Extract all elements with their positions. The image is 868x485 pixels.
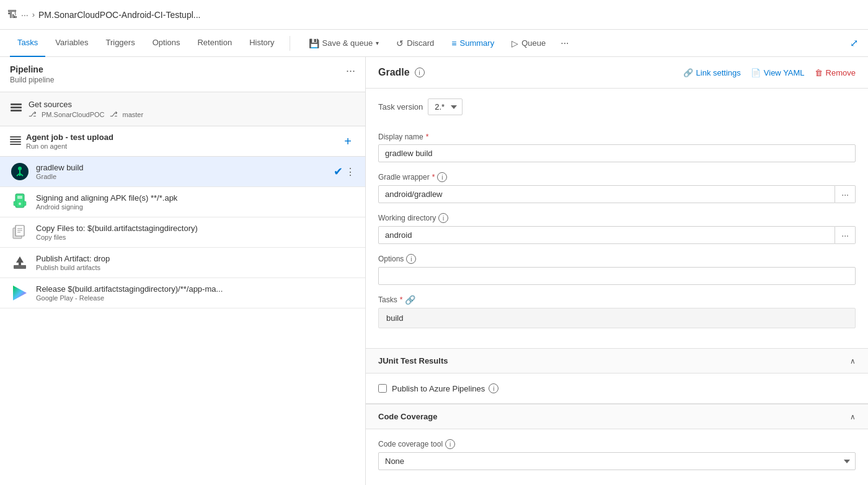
svg-rect-1 bbox=[11, 107, 22, 108]
copy-files-icon bbox=[10, 222, 30, 242]
tab-variables[interactable]: Variables bbox=[48, 30, 95, 57]
link-settings-button[interactable]: 🔗 Link settings bbox=[683, 68, 741, 77]
queue-icon: ▷ bbox=[512, 38, 518, 48]
remove-icon: 🗑 bbox=[815, 68, 823, 77]
working-directory-browse-button[interactable]: ··· bbox=[835, 226, 856, 244]
tab-history[interactable]: History bbox=[242, 30, 281, 57]
pipeline-menu-button[interactable]: ··· bbox=[346, 64, 355, 77]
save-queue-button[interactable]: 💾 Save & queue ▾ bbox=[303, 36, 386, 51]
task-item-gradlew-build[interactable]: gradlew build Gradle ✔ ⋮ bbox=[0, 157, 365, 187]
android-signing-icon bbox=[10, 192, 30, 212]
gradle-task-icon bbox=[10, 162, 30, 181]
publish-info-icon[interactable]: i bbox=[489, 383, 498, 393]
left-panel: Pipeline Build pipeline ··· Get sources … bbox=[0, 57, 366, 485]
required-star-2: * bbox=[432, 173, 435, 181]
task-item-publish-artifact[interactable]: Publish Artifact: drop Publish build art… bbox=[0, 248, 365, 278]
top-bar: 🏗 ··· › PM.SonarCloudPOC-Android-CI-Test… bbox=[0, 0, 868, 30]
agent-job-item: Agent job - test upload Run on agent + bbox=[0, 126, 365, 157]
summary-button[interactable]: ≡ Summary bbox=[445, 36, 500, 51]
options-info-icon[interactable]: i bbox=[406, 254, 416, 264]
working-directory-info-icon[interactable]: i bbox=[438, 213, 448, 223]
working-directory-input-group: ··· bbox=[378, 226, 856, 244]
right-header: Gradle i 🔗 Link settings 📄 View YAML 🗑 R… bbox=[366, 57, 868, 89]
task-item-copy-files[interactable]: Copy Files to: $(build.artifactstagingdi… bbox=[0, 217, 365, 248]
working-directory-label: Working directory i bbox=[378, 213, 856, 223]
publish-artifact-title: Publish Artifact: drop bbox=[36, 254, 355, 263]
get-sources-meta: ⎇ PM.SonarCloudPOC ⎇ master bbox=[29, 110, 355, 118]
svg-rect-6 bbox=[10, 144, 21, 145]
breadcrumb-dots[interactable]: ··· bbox=[21, 10, 29, 20]
discard-button[interactable]: ↺ Discard bbox=[390, 36, 440, 51]
tasks-field-row: Tasks * 🔗 build bbox=[378, 295, 856, 328]
tab-triggers[interactable]: Triggers bbox=[98, 30, 142, 57]
more-actions-button[interactable]: ··· bbox=[557, 35, 572, 51]
code-coverage-section-header[interactable]: Code Coverage ∧ bbox=[366, 404, 868, 429]
page-title: PM.SonarCloudPOC-Android-CI-Testupl... bbox=[38, 10, 200, 20]
gradle-wrapper-info-icon[interactable]: i bbox=[437, 172, 447, 182]
task-menu-button[interactable]: ⋮ bbox=[345, 166, 355, 178]
signing-apk-info: Signing and aligning APK file(s) **/*.ap… bbox=[36, 193, 355, 211]
gradle-wrapper-row: Gradle wrapper * i ··· bbox=[378, 172, 856, 203]
nav-separator bbox=[290, 36, 290, 51]
view-yaml-button[interactable]: 📄 View YAML bbox=[751, 68, 805, 77]
task-version-select[interactable]: 2.* 1.* 0.* bbox=[428, 98, 463, 115]
code-coverage-tool-info-icon[interactable]: i bbox=[445, 439, 455, 449]
junit-section-chevron: ∧ bbox=[850, 357, 856, 365]
branch-icon: ⎇ bbox=[110, 110, 118, 118]
get-sources-item[interactable]: Get sources ⎇ PM.SonarCloudPOC ⎇ master bbox=[0, 92, 365, 126]
task-info-icon[interactable]: i bbox=[415, 68, 425, 77]
svg-marker-23 bbox=[16, 256, 24, 265]
save-icon: 💾 bbox=[309, 38, 319, 48]
publish-artifact-icon bbox=[10, 253, 30, 273]
svg-rect-2 bbox=[11, 110, 22, 111]
svg-rect-4 bbox=[10, 139, 21, 140]
copy-files-subtitle: Copy files bbox=[36, 234, 355, 241]
save-dropdown-icon: ▾ bbox=[376, 40, 379, 46]
code-coverage-section-chevron: ∧ bbox=[850, 413, 856, 421]
google-play-title: Release $(build.artifactstagingdirectory… bbox=[36, 284, 355, 294]
nav-actions: 💾 Save & queue ▾ ↺ Discard ≡ Summary ▷ Q… bbox=[303, 35, 573, 51]
tab-tasks[interactable]: Tasks bbox=[10, 30, 45, 57]
discard-icon: ↺ bbox=[396, 38, 404, 48]
junit-section-title: JUnit Test Results bbox=[378, 356, 448, 365]
queue-button[interactable]: ▷ Queue bbox=[505, 36, 552, 51]
pipeline-header: Pipeline Build pipeline ··· bbox=[0, 57, 365, 92]
agent-job-title: Agent job - test upload bbox=[26, 133, 113, 142]
get-sources-info: Get sources ⎇ PM.SonarCloudPOC ⎇ master bbox=[29, 100, 355, 118]
pipeline-subtitle: Build pipeline bbox=[10, 76, 54, 84]
tab-options[interactable]: Options bbox=[145, 30, 188, 57]
display-name-input[interactable] bbox=[378, 144, 856, 162]
svg-marker-24 bbox=[13, 286, 27, 300]
breadcrumb-chevron: › bbox=[32, 10, 35, 19]
remove-button[interactable]: 🗑 Remove bbox=[815, 68, 856, 77]
publish-label[interactable]: Publish to Azure Pipelines i bbox=[392, 383, 498, 393]
required-star-tasks: * bbox=[400, 295, 403, 304]
right-actions: 🔗 Link settings 📄 View YAML 🗑 Remove bbox=[683, 68, 856, 77]
get-sources-icon bbox=[10, 102, 22, 116]
options-row: Options i bbox=[378, 254, 856, 285]
working-directory-row: Working directory i ··· bbox=[378, 213, 856, 244]
expand-button[interactable]: ⤢ bbox=[850, 37, 858, 49]
copy-files-title: Copy Files to: $(build.artifactstagingdi… bbox=[36, 224, 355, 233]
tab-retention[interactable]: Retention bbox=[190, 30, 239, 57]
junit-section-header[interactable]: JUnit Test Results ∧ bbox=[366, 348, 868, 374]
working-directory-input[interactable] bbox=[378, 226, 835, 244]
get-sources-title: Get sources bbox=[29, 100, 355, 109]
google-play-icon bbox=[10, 283, 30, 303]
svg-rect-3 bbox=[10, 136, 21, 138]
gradle-wrapper-browse-button[interactable]: ··· bbox=[835, 185, 856, 203]
gradle-wrapper-input[interactable] bbox=[378, 185, 835, 203]
signing-apk-subtitle: Android signing bbox=[36, 203, 355, 211]
google-play-info: Release $(build.artifactstagingdirectory… bbox=[36, 284, 355, 302]
task-item-google-play[interactable]: Release $(build.artifactstagingdirectory… bbox=[0, 278, 365, 308]
task-item-signing-apk[interactable]: Signing and aligning APK file(s) **/*.ap… bbox=[0, 187, 365, 217]
publish-checkbox[interactable] bbox=[378, 384, 387, 393]
options-input[interactable] bbox=[378, 267, 856, 285]
code-coverage-tool-select[interactable]: None Cobertura JaCoCo bbox=[378, 452, 856, 470]
junit-section-body: Publish to Azure Pipelines i bbox=[366, 374, 868, 404]
app-icon: 🏗 bbox=[7, 9, 17, 20]
add-task-button[interactable]: + bbox=[340, 133, 355, 150]
agent-job-info: Agent job - test upload Run on agent bbox=[26, 133, 113, 150]
pipeline-title: Pipeline bbox=[10, 64, 54, 74]
agent-job-subtitle: Run on agent bbox=[26, 142, 113, 150]
